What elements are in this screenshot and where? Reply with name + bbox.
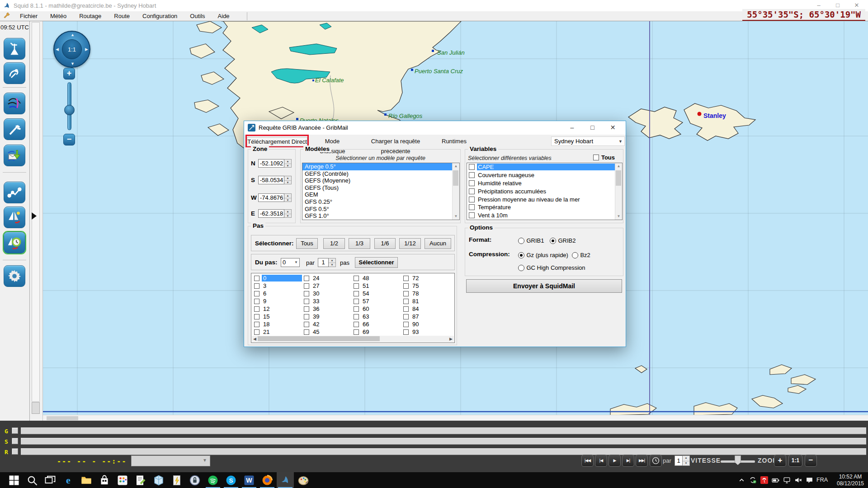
checkbox-icon[interactable] xyxy=(403,283,409,289)
hour-item-24[interactable]: 24 xyxy=(302,274,352,282)
checkbox-icon[interactable] xyxy=(469,180,475,186)
menu-configuration[interactable]: Configuration xyxy=(136,13,184,19)
hour-item-75[interactable]: 75 xyxy=(401,282,451,290)
tray-avira-antivirus-icon[interactable] xyxy=(759,472,769,488)
route-icon[interactable] xyxy=(4,182,25,203)
model-item[interactable]: GEFS (Moyenne) xyxy=(302,177,459,184)
checkbox-icon[interactable] xyxy=(403,322,409,327)
map-zoom-slider-knob[interactable] xyxy=(64,105,75,115)
scroll-down-icon[interactable]: ▼ xyxy=(617,213,621,220)
taskbar-search-icon[interactable] xyxy=(24,472,41,488)
model-item[interactable]: GFS 1.0° xyxy=(302,212,459,220)
step-button-1-6[interactable]: 1/6 xyxy=(374,238,396,249)
map-pan-control[interactable]: ▲ ▼ ◀ ▶ 1:1 xyxy=(53,31,90,68)
timeline-zoom-in-button[interactable]: + xyxy=(774,455,786,467)
checkbox-icon[interactable] xyxy=(304,283,309,289)
dialog-maximize-icon[interactable]: □ xyxy=(582,121,603,135)
checkbox-icon[interactable] xyxy=(469,197,475,202)
map-horizontal-scrollbar[interactable] xyxy=(43,415,868,421)
track-checkbox-g[interactable] xyxy=(12,427,18,434)
checkbox-icon[interactable] xyxy=(354,306,359,312)
taskbar-skype-icon[interactable]: S xyxy=(222,472,240,488)
step-button-1-2[interactable]: 1/2 xyxy=(323,238,345,249)
tous-checkbox-row[interactable]: Tous xyxy=(593,154,615,161)
hour-item-87[interactable]: 87 xyxy=(401,313,451,320)
scroll-down-icon[interactable]: ▼ xyxy=(454,213,458,220)
step-button-1-12[interactable]: 1/12 xyxy=(399,238,421,249)
checkbox-icon[interactable] xyxy=(469,164,475,170)
speed-step-arrows[interactable]: ▲▼ xyxy=(683,455,690,466)
checkbox-icon[interactable] xyxy=(304,314,309,319)
model-item[interactable]: GEFS (Tous) xyxy=(302,184,459,192)
hour-item-90[interactable]: 90 xyxy=(401,320,451,328)
hour-item-3[interactable]: 3 xyxy=(252,282,302,290)
checkbox-icon[interactable] xyxy=(354,291,359,296)
tray-chevron-up-icon[interactable] xyxy=(736,472,747,488)
map-vertical-scrollbar[interactable] xyxy=(32,22,40,402)
step-button-aucun[interactable]: Aucun xyxy=(425,238,451,249)
hour-item-72[interactable]: 72 xyxy=(401,274,451,282)
profile-dropdown[interactable]: Sydney Hobart ▼ xyxy=(551,136,625,146)
dialog-titlebar[interactable]: Requête GRIB Avancée - GribMail – □ ✕ xyxy=(244,121,626,135)
checkbox-icon[interactable] xyxy=(354,329,359,335)
weather-station-icon[interactable] xyxy=(4,38,25,60)
checkbox-icon[interactable] xyxy=(304,299,309,304)
tous-checkbox[interactable] xyxy=(593,155,599,160)
checkbox-icon[interactable] xyxy=(403,306,409,312)
radio-grib2[interactable]: GRIB2 xyxy=(550,236,576,244)
radio-icon[interactable] xyxy=(518,265,524,271)
timeline-dropdown[interactable]: ▼ xyxy=(131,455,210,466)
hour-item-81[interactable]: 81 xyxy=(401,297,451,305)
scroll-right-icon[interactable]: ▶ xyxy=(449,336,453,342)
hours-grid[interactable]: 0369121518212427303336394245485154576063… xyxy=(251,273,455,343)
panel-splitter[interactable] xyxy=(30,21,43,421)
taskbar-task-view-icon[interactable] xyxy=(42,472,59,488)
scroll-left-icon[interactable]: ◀ xyxy=(253,336,256,342)
taskbar-cube-app-icon[interactable] xyxy=(150,472,167,488)
hour-item-27[interactable]: 27 xyxy=(302,282,352,290)
hour-item-0[interactable]: 0 xyxy=(252,274,302,282)
taskbar-file-explorer-icon[interactable] xyxy=(78,472,95,488)
variable-item[interactable]: Température xyxy=(467,203,622,211)
model-item[interactable]: Arpege 0.5° xyxy=(302,163,459,170)
step-forward-button[interactable]: ▶| xyxy=(622,455,634,467)
hour-item-39[interactable]: 39 xyxy=(302,313,352,320)
radio-gz[interactable]: Gz (plus rapide) xyxy=(518,251,568,259)
select-range-button[interactable]: Sélectionner xyxy=(355,257,398,268)
tab-runtimes[interactable]: Runtimes xyxy=(442,136,462,146)
pan-right-icon[interactable]: ▶ xyxy=(85,47,88,52)
timeline-zoom-out-button[interactable]: − xyxy=(805,455,817,467)
pan-left-icon[interactable]: ◀ xyxy=(56,47,59,52)
models-scrollbar-thumb[interactable] xyxy=(453,170,458,186)
hour-item-51[interactable]: 51 xyxy=(352,282,401,290)
variable-item[interactable]: CAPE xyxy=(467,163,622,171)
hour-item-57[interactable]: 57 xyxy=(352,297,401,305)
checkbox-icon[interactable] xyxy=(254,291,259,296)
wrench-icon[interactable] xyxy=(0,12,14,20)
clock-step-button[interactable] xyxy=(650,455,662,467)
taskbar-start-icon[interactable] xyxy=(5,472,23,488)
hour-item-18[interactable]: 18 xyxy=(252,320,302,328)
menu-route[interactable]: Route xyxy=(108,13,136,19)
checkbox-icon[interactable] xyxy=(403,299,409,304)
par-stepper[interactable]: 1 xyxy=(318,258,329,267)
zone-e-stepper[interactable]: ▲▼ xyxy=(284,209,292,218)
dialog-minimize-icon[interactable]: – xyxy=(562,121,582,135)
map-horizontal-scrollbar-thumb[interactable] xyxy=(47,416,78,420)
taskbar-winzip-icon[interactable] xyxy=(168,472,185,488)
checkbox-icon[interactable] xyxy=(304,291,309,296)
menu-fichier[interactable]: Fichier xyxy=(14,13,44,19)
hours-horizontal-scrollbar[interactable]: ◀ ▶ xyxy=(252,336,454,342)
checkbox-icon[interactable] xyxy=(469,188,475,194)
language-indicator[interactable]: FRA xyxy=(816,477,828,483)
scroll-up-icon[interactable]: ▲ xyxy=(454,163,458,169)
taskbar-spotify-icon[interactable] xyxy=(204,472,222,488)
sail-forecast-icon[interactable] xyxy=(4,206,25,228)
checkbox-icon[interactable] xyxy=(469,172,475,178)
taskbar-app-grid-icon[interactable] xyxy=(114,472,131,488)
zone-s-stepper[interactable]: ▲▼ xyxy=(284,176,292,184)
speed-step-value[interactable]: 1 xyxy=(675,455,683,466)
menu-aide[interactable]: Aide xyxy=(212,13,236,19)
hour-item-63[interactable]: 63 xyxy=(352,313,401,320)
step-back-button[interactable]: |◀ xyxy=(595,455,607,467)
